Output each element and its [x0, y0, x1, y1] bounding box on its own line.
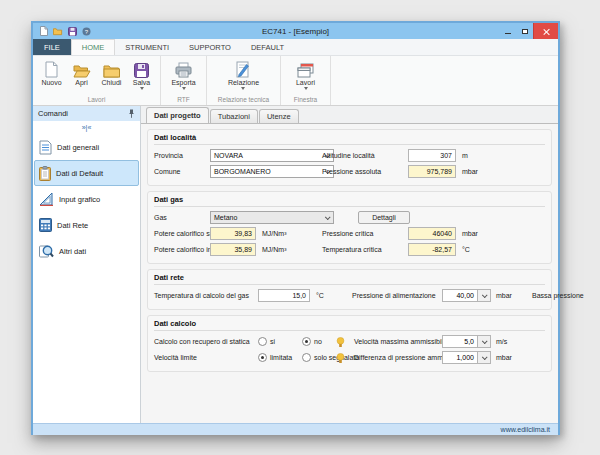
pressione-critica-field: 46040: [408, 227, 456, 240]
window-title: EC741 - [Esempio]: [33, 27, 558, 36]
minimize-icon: [505, 33, 511, 34]
provincia-value: NOVARA: [214, 152, 243, 159]
status-bar: www.edilclima.it: [33, 423, 558, 435]
apri-button[interactable]: Apri: [68, 56, 95, 86]
relazione-button[interactable]: Relazione: [228, 56, 259, 90]
comune-select[interactable]: BORGOMANERO: [210, 165, 334, 178]
group-title: Dati calcolo: [154, 319, 545, 328]
maximize-button[interactable]: [516, 23, 533, 39]
help-icon: ?: [82, 27, 91, 36]
pcs-field: 39,83: [210, 227, 256, 240]
differenza-pressione-value: 1,000: [442, 351, 478, 364]
radio-si[interactable]: si: [258, 337, 275, 346]
velocita-massima-label: Velocità massima ammissibile: [354, 338, 447, 345]
divider: [154, 144, 545, 145]
row-pcs: Potere calorifico superiore 39,83 MJ/Nm³…: [154, 227, 545, 243]
radio-no[interactable]: no: [302, 337, 322, 346]
ribbon-tab-bar: FILE HOME STRUMENTI SUPPORTO DEFAULT: [33, 39, 558, 56]
temperatura-calcolo-label: Temperatura di calcolo del gas: [154, 292, 249, 299]
sidebar-item-dati-generali[interactable]: Dati generali: [34, 134, 139, 160]
pressione-alimentazione-unit: mbar: [496, 292, 512, 299]
differenza-pressione-combo[interactable]: 1,000: [442, 351, 491, 364]
dropdown-button[interactable]: [478, 289, 491, 302]
tab-supporto[interactable]: SUPPORTO: [179, 39, 241, 55]
tab-home[interactable]: HOME: [71, 39, 116, 55]
temperatura-critica-field: -82,57: [408, 243, 456, 256]
pressione-alimentazione-combo[interactable]: 40,00: [442, 289, 491, 302]
ribbon: Nuovo Apri Chiudi Salva: [33, 56, 558, 106]
edilclima-link[interactable]: www.edilclima.it: [501, 426, 550, 433]
tab-tubazioni[interactable]: Tubazioni: [210, 109, 258, 123]
ribbon-group-relazione: Relazione Relazione tecnica: [207, 56, 281, 105]
group-title: Dati rete: [154, 273, 545, 282]
open-button[interactable]: [53, 26, 63, 36]
help-button[interactable]: ?: [81, 26, 91, 36]
tab-strumenti[interactable]: STRUMENTI: [115, 39, 179, 55]
sidebar-item-label: Altri dati: [59, 247, 86, 256]
bassa-pressione-note: Bassa pressione: [532, 292, 584, 299]
row-gas: Gas Metano Dettagli: [154, 211, 545, 227]
drafting-triangle-icon: [39, 192, 54, 206]
tab-utenze[interactable]: Utenze: [259, 109, 299, 123]
close-button[interactable]: [533, 23, 558, 39]
ribbon-group-rtf: Esporta RTF: [161, 56, 207, 105]
radio-no-label: no: [314, 338, 322, 345]
tab-file[interactable]: FILE: [33, 39, 71, 55]
chiudi-button[interactable]: Chiudi: [98, 56, 125, 86]
altitudine-field[interactable]: 307: [408, 149, 456, 162]
provincia-select[interactable]: NOVARA: [210, 149, 334, 162]
sidebar-item-label: Input grafico: [59, 195, 100, 204]
radio-circle-icon: [302, 353, 311, 362]
sidebar-item-dati-rete[interactable]: Dati Rete: [34, 212, 139, 238]
row-rete: Temperatura di calcolo del gas 15,0 °C P…: [154, 289, 545, 305]
gas-select[interactable]: Metano: [210, 211, 334, 224]
ribbon-group-lavori: Nuovo Apri Chiudi Salva: [33, 56, 161, 105]
tab-default[interactable]: DEFAULT: [241, 39, 294, 55]
sidebar: Comandi »|« Dati generali Dati di Defaul…: [33, 106, 141, 423]
nuovo-label: Nuovo: [41, 79, 61, 86]
pin-icon[interactable]: [128, 109, 135, 118]
sidebar-item-label: Dati di Default: [56, 169, 103, 178]
temperatura-critica-unit: °C: [462, 246, 470, 253]
temperatura-calcolo-field[interactable]: 15,0: [258, 289, 310, 302]
minimize-button[interactable]: [499, 23, 516, 39]
radio-si-label: si: [270, 338, 275, 345]
tab-dati-progetto[interactable]: Dati progetto: [146, 107, 209, 123]
esporta-dropdown-icon: [182, 87, 186, 90]
dettagli-button[interactable]: Dettagli: [358, 211, 410, 224]
group-dati-calcolo: Dati calcolo Calcolo con recupero di sta…: [147, 315, 552, 372]
sidebar-item-dati-di-default[interactable]: Dati di Default: [34, 160, 139, 186]
radio-solo-segnalata[interactable]: solo segnalata: [302, 353, 359, 362]
dati-progetto-page: Dati località Provincia NOVARA Altitudin…: [141, 123, 558, 423]
dropdown-button[interactable]: [478, 335, 491, 348]
comune-value: BORGOMANERO: [214, 168, 271, 175]
sidebar-item-input-grafico[interactable]: Input grafico: [34, 186, 139, 212]
esporta-button[interactable]: Esporta: [170, 56, 197, 90]
calculator-icon: [39, 218, 52, 232]
save-button-quick[interactable]: [67, 26, 77, 36]
velocita-massima-combo[interactable]: 5,0: [442, 335, 491, 348]
salva-dropdown-icon: [140, 87, 144, 90]
divider: [154, 330, 545, 331]
chevron-down-icon: [325, 214, 331, 220]
divider: [154, 206, 545, 207]
lavori-finestra-button[interactable]: Lavori: [292, 56, 319, 90]
sidebar-item-altri-dati[interactable]: Altri dati: [34, 238, 139, 264]
chevron-down-icon: [482, 338, 488, 344]
radio-circle-icon: [258, 337, 267, 346]
pressione-assoluta-field: 975,789: [408, 165, 456, 178]
dropdown-button[interactable]: [478, 351, 491, 364]
desktop: ? EC741 - [Esempio] FILE HOME STRUMENTI …: [0, 0, 600, 455]
open-folder-icon: [53, 27, 63, 36]
comune-label: Comune: [154, 168, 180, 175]
group-label-finestra: Finestra: [286, 96, 325, 105]
relazione-dropdown-icon: [241, 87, 245, 90]
group-title: Dati gas: [154, 195, 545, 204]
radio-limitata[interactable]: limitata: [258, 353, 292, 362]
nuovo-button[interactable]: Nuovo: [38, 56, 65, 86]
salva-button[interactable]: Salva: [128, 56, 155, 90]
sidebar-collapse-control[interactable]: »|«: [33, 121, 140, 134]
new-document-button[interactable]: [39, 26, 49, 36]
app-window: ? EC741 - [Esempio] FILE HOME STRUMENTI …: [31, 21, 560, 435]
pressione-assoluta-unit: mbar: [462, 168, 478, 175]
